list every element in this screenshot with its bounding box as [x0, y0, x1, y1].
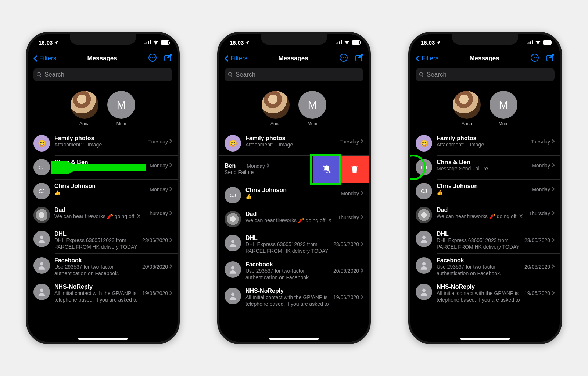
conversation-row[interactable]: Dad We can hear fireworks 🧨 going off. X… [410, 203, 560, 227]
conversation-row[interactable]: Facebook Use 293537 for two-factor authe… [28, 253, 178, 280]
conversation-date: 20/06/2020 [142, 264, 168, 270]
conversation-preview: 👍 [437, 189, 529, 196]
search-placeholder: Search [236, 71, 255, 78]
conversation-row[interactable]: DHL DHL Express 6360512023 from PARCEL F… [219, 231, 369, 258]
back-button[interactable]: Filters [33, 55, 56, 62]
conversation-row[interactable]: 😄 Family photos Attachment: 1 Image Tues… [28, 131, 178, 155]
chevron-right-icon [361, 267, 363, 274]
conversation-row[interactable]: 😄 Family photos Attachment: 1 Image Tues… [219, 131, 369, 155]
conversation-row[interactable]: NHS-NoReply All initial contact with the… [28, 280, 178, 306]
avatar: M [490, 91, 517, 119]
conversation-row[interactable]: DHL DHL Express 6360512023 from PARCEL F… [410, 227, 560, 253]
pinned-contact[interactable]: Anna [453, 91, 481, 126]
pinned-name: Anna [462, 121, 472, 126]
conversation-title: Facebook [437, 257, 521, 264]
search-field[interactable]: Search [225, 68, 363, 81]
conversation-row[interactable]: Dad We can hear fireworks 🧨 going off. X… [219, 207, 369, 231]
conversation-list[interactable]: 😄 Family photos Attachment: 1 Image Tues… [219, 131, 369, 342]
more-button[interactable] [339, 53, 348, 64]
home-indicator[interactable] [78, 338, 128, 340]
conversation-row[interactable]: CJ Chris Johnson 👍 Monday [219, 183, 369, 207]
conversation-title: Dad [245, 211, 335, 217]
pinned-name: Mum [116, 121, 126, 126]
pinned-section: Anna M Mum [410, 81, 560, 131]
nav-bar: Filters Messages [219, 50, 369, 67]
chevron-right-icon [169, 290, 172, 297]
compose-button[interactable] [164, 53, 172, 64]
conversation-date: Monday [532, 187, 550, 192]
pinned-section: Anna M Mum [28, 81, 178, 131]
conversation-title: Family photos [437, 135, 528, 142]
swipe-delete-button[interactable] [341, 156, 369, 183]
conversation-row[interactable]: CJ Chris Johnson 👍 Monday [410, 179, 560, 203]
conversation-row[interactable]: CJ Chris & Ben Message Send Failure Mond… [28, 155, 178, 179]
conversation-list[interactable]: 😄 Family photos Attachment: 1 Image Tues… [28, 131, 178, 342]
avatar [225, 235, 241, 251]
conversation-row[interactable]: Dad We can hear fireworks 🧨 going off. X… [28, 203, 178, 227]
chevron-right-icon [552, 237, 555, 244]
conversation-preview: We can hear fireworks 🧨 going off. X [54, 213, 144, 220]
svg-point-26 [422, 289, 426, 292]
svg-point-22 [536, 57, 537, 58]
home-indicator[interactable] [460, 338, 510, 340]
chevron-right-icon [552, 263, 555, 270]
conversation-row[interactable]: Facebook Use 293537 for two-factor authe… [219, 258, 369, 284]
nav-bar: Filters Messages [410, 50, 560, 67]
do-not-disturb-icon [410, 163, 418, 174]
page-title: Messages [87, 55, 117, 62]
conversation-row[interactable]: CJ Chris Johnson 👍 Monday [28, 179, 178, 203]
conversation-row[interactable]: NHS-NoReply All initial contact with the… [410, 280, 560, 306]
avatar: M [107, 91, 135, 119]
svg-point-16 [231, 240, 234, 243]
chevron-right-icon [552, 210, 555, 217]
conversation-title: Chris Johnson [437, 183, 529, 189]
pinned-contact[interactable]: Anna [262, 91, 290, 126]
conversation-row-swiped[interactable]: Ben Monday Send Failure [219, 155, 369, 183]
notch [261, 34, 327, 45]
status-time: 16:03 [39, 39, 53, 46]
conversation-title: DHL [245, 235, 330, 241]
conversation-title: Family photos [245, 135, 337, 142]
back-button[interactable]: Filters [416, 55, 438, 62]
conversation-title: Dad [54, 207, 144, 213]
avatar: CJ [416, 159, 432, 175]
compose-button[interactable] [355, 53, 363, 64]
conversation-row[interactable]: DHL DHL Express 6360512023 from PARCEL F… [28, 227, 178, 253]
pinned-contact[interactable]: M Mum [107, 91, 135, 126]
location-icon [245, 39, 250, 46]
conversation-preview: DHL Express 6360512023 from PARCEL FROM … [437, 237, 521, 250]
conversation-preview: All initial contact with the GP/ANP is t… [54, 290, 139, 303]
conversation-preview: Message Send Failure [437, 166, 529, 172]
svg-point-17 [231, 266, 234, 270]
conversation-list[interactable]: 😄 Family photos Attachment: 1 Image Tues… [410, 131, 560, 342]
home-indicator[interactable] [269, 338, 319, 340]
compose-button[interactable] [546, 53, 555, 64]
conversation-date: Thursday [147, 210, 168, 216]
back-button[interactable]: Filters [225, 55, 247, 62]
search-field[interactable]: Search [416, 68, 555, 81]
conversation-row[interactable]: 😄 Family photos Attachment: 1 Image Tues… [410, 131, 560, 155]
conversation-row[interactable]: NHS-NoReply All initial contact with the… [219, 284, 369, 311]
search-field[interactable]: Search [33, 68, 172, 81]
conversation-date: Monday [247, 163, 265, 169]
avatar: 😄 [416, 135, 432, 152]
pinned-name: Anna [79, 121, 90, 126]
pinned-contact[interactable]: Anna [71, 91, 98, 126]
more-button[interactable] [530, 53, 539, 64]
location-icon [54, 39, 58, 46]
conversation-row[interactable]: Facebook Use 293537 for two-factor authe… [410, 253, 560, 280]
pinned-contact[interactable]: M Mum [490, 91, 517, 126]
conversation-row-muted[interactable]: CJ Chris & Ben Message Send Failure Mond… [410, 155, 560, 179]
more-button[interactable] [148, 53, 157, 64]
conversation-date: Tuesday [531, 139, 550, 145]
page-title: Messages [279, 55, 308, 62]
conversation-preview: Use 293537 for two-factor authentication… [437, 264, 521, 276]
conversation-title: NHS-NoReply [437, 284, 521, 290]
conversation-date: 23/06/2020 [524, 237, 550, 243]
swipe-hide-alerts-button[interactable] [313, 156, 341, 183]
pinned-contact[interactable]: M Mum [298, 91, 326, 126]
notch [452, 34, 518, 45]
conversation-date: Tuesday [340, 139, 359, 145]
chevron-right-icon [169, 138, 172, 145]
chevron-right-icon [552, 290, 555, 297]
